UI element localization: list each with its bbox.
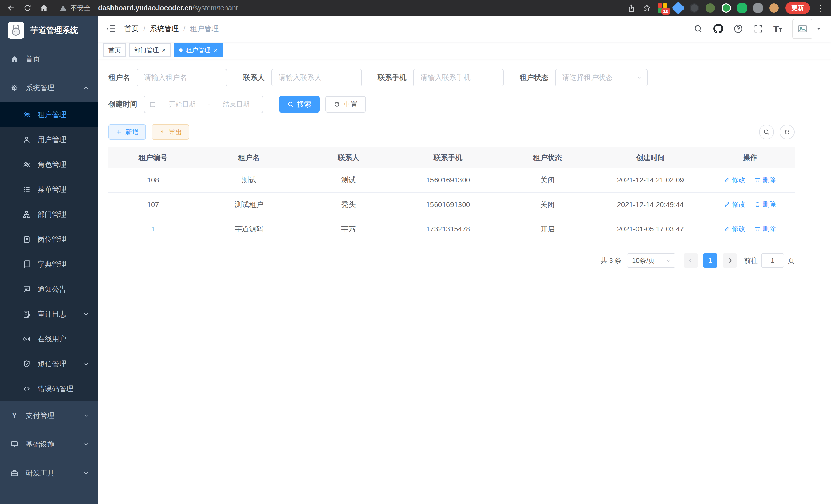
sidebar-item-label: 租户管理 (37, 110, 66, 120)
sidebar-item-sms-management[interactable]: 短信管理 (0, 351, 98, 376)
sidebar-item-label: 首页 (26, 54, 40, 64)
page-size-select[interactable]: 10条/页 (627, 253, 675, 268)
breadcrumb-separator: / (143, 25, 145, 33)
sidebar-item-menu-management[interactable]: 菜单管理 (0, 177, 98, 202)
chevron-down-icon (83, 412, 89, 419)
sidebar-item-label: 用户管理 (37, 135, 66, 145)
sidebar-item-devtools[interactable]: 研发工具 (0, 459, 98, 487)
filter-status: 租户状态 请选择租户状态 (520, 69, 648, 86)
sidebar-item-audit-log[interactable]: 审计日志 (0, 302, 98, 326)
sidebar-item-system[interactable]: 系统管理 (0, 73, 98, 102)
cell-tenant-id: 1 (109, 217, 198, 241)
goto-page-input[interactable] (761, 253, 784, 268)
add-button[interactable]: 新增 (109, 124, 146, 140)
sidebar-item-notice[interactable]: 通知公告 (0, 277, 98, 302)
sidebar-item-payment[interactable]: ¥ 支付管理 (0, 401, 98, 430)
sidebar-item-role-management[interactable]: 角色管理 (0, 152, 98, 177)
sidebar-item-error-code[interactable]: 错误码管理 (0, 376, 98, 401)
sidebar-item-home[interactable]: 首页 (0, 45, 98, 73)
sidebar-item-tenant-management[interactable]: 租户管理 (0, 102, 98, 127)
tenant-table: 租户编号 租户名 联系人 联系手机 租户状态 创建时间 操作 108 测试 (109, 147, 795, 241)
reload-icon[interactable] (23, 4, 32, 12)
status-label: 租户状态 (520, 73, 548, 83)
start-date-placeholder[interactable]: 开始日期 (160, 100, 204, 109)
sidebar-item-dept-management[interactable]: 部门管理 (0, 202, 98, 227)
edit-button[interactable]: 修改 (724, 224, 745, 233)
reset-button[interactable]: 重置 (325, 96, 366, 113)
delete-button[interactable]: 删除 (754, 175, 776, 184)
date-range-picker[interactable]: 开始日期 - 结束日期 (144, 95, 263, 113)
toolbox-icon (10, 469, 19, 477)
extension-icon-3[interactable] (690, 3, 699, 12)
phone-input[interactable] (413, 69, 504, 86)
contact-label: 联系人 (243, 73, 265, 83)
status-select[interactable]: 请选择租户状态 (555, 69, 648, 86)
toggle-search-icon-button[interactable] (759, 125, 774, 140)
page-unit-label: 页 (788, 256, 795, 265)
contact-input[interactable] (271, 69, 362, 86)
page-number-1[interactable]: 1 (703, 253, 717, 268)
search-button[interactable]: 搜索 (279, 96, 320, 113)
table-row: 108 测试 测试 15601691300 关闭 2021-12-14 21:0… (109, 168, 795, 192)
sidebar-toggle-icon[interactable] (106, 24, 116, 34)
extension-icon-puzzle[interactable] (753, 3, 763, 12)
extension-icon-4[interactable] (706, 3, 715, 12)
next-page-button[interactable] (722, 253, 737, 268)
extension-icon-5[interactable] (721, 3, 731, 12)
sidebar-logo[interactable]: 芋道管理系统 (0, 16, 98, 45)
user-avatar-dropdown[interactable] (793, 19, 822, 39)
app-logo-icon (8, 22, 24, 38)
tab-home[interactable]: 首页 (103, 43, 126, 57)
not-secure-warning-icon (60, 4, 67, 11)
close-icon[interactable]: × (162, 47, 166, 53)
fullscreen-icon[interactable] (753, 24, 763, 34)
tab-tenant-management[interactable]: 租户管理 × (174, 43, 223, 57)
trash-icon (754, 177, 761, 183)
close-icon[interactable]: × (213, 47, 218, 53)
delete-button[interactable]: 删除 (754, 224, 776, 233)
delete-button[interactable]: 删除 (754, 200, 776, 209)
gear-icon (10, 84, 19, 92)
address-bar[interactable]: 不安全 dashboard.yudao.iocoder.cn/system/te… (60, 4, 619, 12)
extension-icon-grid[interactable]: 10 (658, 3, 667, 12)
refresh-table-button[interactable] (780, 125, 795, 140)
sidebar-item-user-management[interactable]: 用户管理 (0, 127, 98, 152)
tab-dept-management[interactable]: 部门管理 × (129, 43, 171, 57)
calendar-icon (149, 101, 156, 108)
extension-icon-avatar[interactable] (769, 3, 779, 12)
sidebar-item-label: 错误码管理 (37, 384, 74, 394)
sidebar-item-post-management[interactable]: 岗位管理 (0, 227, 98, 252)
cell-phone: 17321315478 (397, 217, 499, 241)
sidebar-item-infrastructure[interactable]: 基础设施 (0, 430, 98, 459)
cell-status: 关闭 (499, 168, 596, 192)
browser-menu-icon[interactable]: ⋮ (816, 4, 824, 12)
sidebar-item-dict-management[interactable]: 字典管理 (0, 252, 98, 277)
sidebar-item-label: 在线用户 (37, 334, 66, 344)
home-icon[interactable] (39, 4, 48, 12)
breadcrumb-system[interactable]: 系统管理 (150, 24, 179, 34)
breadcrumb: 首页 / 系统管理 / 租户管理 (124, 24, 219, 34)
back-icon[interactable] (7, 4, 16, 12)
export-button[interactable]: 导出 (152, 124, 189, 140)
edit-button[interactable]: 修改 (724, 200, 745, 209)
edit-button[interactable]: 修改 (724, 175, 745, 184)
tenant-name-input[interactable] (137, 69, 227, 86)
header-search-icon[interactable] (693, 24, 703, 34)
help-question-icon[interactable] (733, 24, 743, 34)
share-icon[interactable] (627, 4, 636, 12)
extension-icon-2[interactable] (672, 2, 685, 14)
extension-icon-6[interactable] (738, 3, 747, 12)
font-size-icon[interactable]: TT (773, 24, 782, 33)
table-row: 107 测试租户 秃头 15601691300 关闭 2021-12-14 20… (109, 192, 795, 217)
plus-icon (116, 129, 122, 136)
tags-view: 首页 部门管理 × 租户管理 × (98, 41, 831, 59)
bookmark-star-icon[interactable] (642, 4, 651, 12)
browser-update-button[interactable]: 更新 (785, 2, 810, 14)
breadcrumb-home[interactable]: 首页 (124, 24, 139, 34)
tab-label: 部门管理 (134, 46, 159, 54)
github-icon[interactable] (713, 24, 723, 34)
cell-status: 开启 (499, 217, 596, 241)
sidebar-item-online-users[interactable]: 在线用户 (0, 326, 98, 351)
prev-page-button[interactable] (684, 253, 698, 268)
end-date-placeholder[interactable]: 结束日期 (214, 100, 258, 109)
